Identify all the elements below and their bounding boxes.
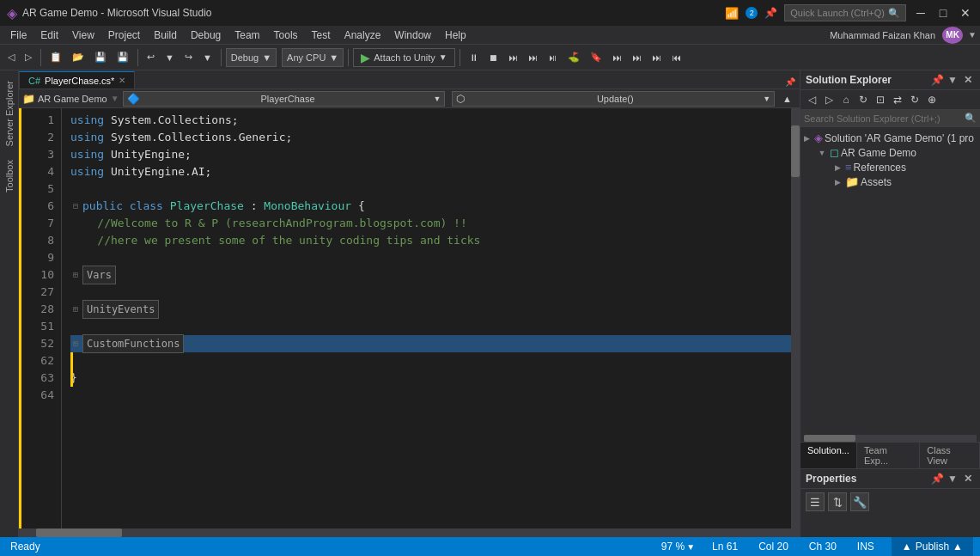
se-home-button[interactable]: ⌂ [838,92,854,107]
debug-tool3[interactable]: ⏭ [524,51,542,64]
menu-debug[interactable]: Debug [184,27,228,43]
code-area[interactable]: 1 2 3 4 5 6 7 8 9 10 27 28 51 52 62 63 6… [19,108,800,529]
vs-logo-icon: ◈ [7,5,17,21]
prop-sort-button[interactable]: ⇅ [828,492,847,511]
debug-tool4[interactable]: ⏯ [544,51,562,64]
menu-build[interactable]: Build [147,27,184,43]
publish-button[interactable]: ▲ Publish ▲ [892,537,973,556]
se-refresh-button[interactable]: ↻ [855,92,871,107]
menu-view[interactable]: View [65,27,101,43]
debug-tool1[interactable]: ⏹ [484,51,502,64]
menu-test[interactable]: Test [305,27,338,43]
platform-dropdown[interactable]: Any CPU ▼ [282,48,344,67]
menu-help[interactable]: Help [438,27,473,43]
code-content[interactable]: using System.Collections; using System.C… [62,108,800,529]
code-hscroll[interactable] [19,529,800,537]
zoom-control[interactable]: 97 % ▼ [661,541,695,553]
debug-tool2[interactable]: ⏭ [504,51,522,64]
se-stop-button[interactable]: ⊡ [873,92,888,107]
se-hscroll[interactable] [804,435,977,442]
fold-btn-28[interactable]: ⊞ [70,301,81,318]
fold-btn-6[interactable]: ⊟ [70,198,81,215]
se-pin-button[interactable]: 📌 [930,73,944,87]
forward-button[interactable]: ▷ [21,50,36,64]
tree-solution[interactable]: ▶ ◈ Solution 'AR Game Demo' (1 pro [800,131,980,145]
prop-list-button[interactable]: ☰ [806,492,825,511]
debug-tool9[interactable]: ⏭ [648,51,666,64]
open-button[interactable]: 📂 [68,50,88,64]
tree-assets[interactable]: ▶ 📁 Assets [800,174,980,189]
debug-tool6[interactable]: 🔖 [586,50,606,64]
method-dropdown[interactable]: ⬡ Update() ▼ [452,91,775,107]
se-forward-button[interactable]: ▷ [821,92,837,107]
save-button[interactable]: 💾 [90,50,111,64]
se-back-button[interactable]: ◁ [804,92,819,107]
se-sync-button[interactable]: ⇄ [890,92,905,107]
solution-tab[interactable]: Solution... [800,443,857,468]
menu-analyze[interactable]: Analyze [338,27,388,43]
se-refresh2-button[interactable]: ↻ [907,92,922,107]
debug-mode-dropdown[interactable]: Debug ▼ [226,48,277,67]
back-button[interactable]: ◁ [3,50,19,64]
new-project-button[interactable]: 📋 [46,50,66,64]
collapse-button[interactable]: ▲ [778,92,796,106]
menu-team[interactable]: Team [228,27,266,43]
debug-tool10[interactable]: ⏮ [667,51,685,64]
attach-dropdown-icon: ▼ [439,52,447,62]
kw-using-4: using [70,163,104,180]
code-hscroll-thumb[interactable] [36,529,122,537]
se-search-input[interactable] [804,113,965,124]
menu-edit[interactable]: Edit [33,27,65,43]
properties-header: Properties 📌 ▼ ✕ [800,469,980,489]
quick-launch[interactable]: Quick Launch (Ctrl+Q) 🔍 [784,4,906,21]
vertical-scrollbar[interactable] [791,108,800,529]
menu-tools[interactable]: Tools [267,27,305,43]
undo-dropdown[interactable]: ▼ [161,51,179,64]
class-view-tab[interactable]: Class View [920,443,980,468]
se-dropdown-button[interactable]: ▼ [946,73,959,87]
server-explorer-tab[interactable]: Server Explorer [2,74,17,153]
fold-btn-10[interactable]: ⊞ [70,266,81,284]
redo-button[interactable]: ↪ [180,50,197,64]
menu-file[interactable]: File [3,27,33,43]
status-line: Ln 61 [709,541,741,553]
close-button[interactable]: ✕ [958,5,973,21]
project-expand-icon[interactable]: ▼ [816,147,828,159]
debug-tool7[interactable]: ⏭ [608,51,626,64]
prop-pin-button[interactable]: 📌 [930,472,944,486]
menu-window[interactable]: Window [387,27,438,43]
code-line-62 [70,352,796,370]
assets-expand-icon[interactable]: ▶ [831,176,843,188]
references-expand-icon[interactable]: ▶ [831,162,843,174]
scrollbar-thumb[interactable] [791,125,800,177]
se-close-button[interactable]: ✕ [961,73,975,87]
maximize-button[interactable]: □ [935,5,951,21]
menu-project[interactable]: Project [101,27,147,43]
toolbox-tab[interactable]: Toolbox [2,153,17,199]
se-search[interactable]: 🔍 [800,110,980,127]
solution-tree[interactable]: ▶ ◈ Solution 'AR Game Demo' (1 pro ▼ ◻ A… [800,127,980,435]
solution-expand-icon[interactable]: ▶ [800,132,813,144]
se-hscroll-thumb[interactable] [804,435,855,442]
active-editor-tab[interactable]: C# PlayerChase.cs* ✕ [19,71,135,89]
line-num-4: 4 [22,163,54,180]
tree-project[interactable]: ▼ ◻ AR Game Demo [800,145,980,160]
debug-tool8[interactable]: ⏭ [628,51,646,64]
save-all-button[interactable]: 💾 [113,50,133,64]
unityevents-region: UnityEvents [82,300,159,319]
prop-close-button[interactable]: ✕ [961,472,975,486]
tree-references[interactable]: ▶ ≡ References [800,160,980,174]
prop-dropdown-button[interactable]: ▼ [946,472,959,486]
redo-dropdown[interactable]: ▼ [198,51,216,64]
tab-close-button[interactable]: ✕ [119,76,125,85]
team-explorer-tab[interactable]: Team Exp... [857,443,920,468]
undo-button[interactable]: ↩ [143,50,159,64]
pin-tab-button[interactable]: 📌 [781,76,800,89]
debug-tool5[interactable]: ⛳ [563,50,584,64]
prop-wrench-icon[interactable]: 🔧 [850,492,869,511]
attach-unity-button[interactable]: ▶ Attach to Unity ▼ [353,48,454,67]
class-dropdown[interactable]: 🔷 PlayerChase ▼ [123,91,446,107]
se-new-solution-button[interactable]: ⊕ [924,92,940,107]
minimize-button[interactable]: ─ [913,5,928,21]
breakpoints-button[interactable]: ⏸ [465,51,483,64]
